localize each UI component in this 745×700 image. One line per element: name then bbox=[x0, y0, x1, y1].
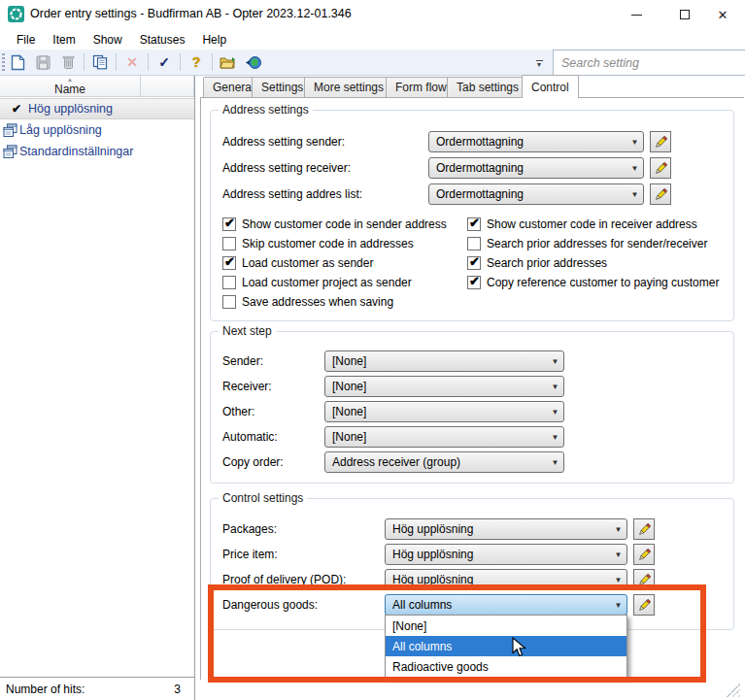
dangerous-goods-edit-button[interactable] bbox=[633, 594, 655, 616]
pencil-icon bbox=[637, 598, 652, 613]
price-item-edit-button[interactable] bbox=[633, 544, 655, 565]
checkbox-skip-customer-code[interactable]: ✔ Skip customer code in addresses bbox=[222, 236, 414, 251]
packages-label: Packages: bbox=[222, 522, 277, 536]
window-title: Order entry settings - Budfirman AB - Op… bbox=[30, 7, 352, 20]
chevron-down-icon: ▼ bbox=[547, 383, 563, 391]
dropdown-option-none[interactable]: [None] bbox=[386, 616, 626, 636]
resize-grip[interactable] bbox=[727, 683, 740, 697]
remove-button[interactable]: ✕ bbox=[120, 51, 144, 74]
checkbox-copy-reference-customer[interactable]: ✔ Copy reference customer to paying cust… bbox=[467, 275, 719, 290]
import-button[interactable] bbox=[217, 51, 240, 74]
save-icon bbox=[36, 55, 51, 70]
packages-edit-button[interactable] bbox=[633, 518, 655, 540]
toolbar-separator bbox=[116, 53, 117, 71]
checkbox-box[interactable]: ✔ bbox=[222, 237, 236, 250]
help-button[interactable]: ? bbox=[185, 51, 208, 74]
pencil-icon bbox=[654, 135, 668, 150]
search-setting-input[interactable] bbox=[554, 50, 745, 75]
hits-count: 3 bbox=[174, 683, 181, 696]
list-item-lag-upplosning[interactable]: Låg upplösning bbox=[0, 119, 194, 141]
pod-combo[interactable]: Hög upplösning ▼ bbox=[385, 569, 627, 590]
dropdown-option-radioactive-goods[interactable]: Radioactive goods bbox=[386, 656, 626, 677]
packages-combo[interactable]: Hög upplösning ▼ bbox=[385, 518, 627, 540]
next-sender-label: Sender: bbox=[222, 354, 263, 368]
pencil-icon bbox=[637, 522, 652, 537]
address-list-combo[interactable]: Ordermottagning ▼ bbox=[428, 183, 644, 205]
next-automatic-label: Automatic: bbox=[222, 430, 278, 444]
copy-button[interactable] bbox=[88, 51, 112, 74]
export-button[interactable] bbox=[242, 51, 265, 74]
menu-statuses[interactable]: Statuses bbox=[131, 31, 194, 49]
blank-column-header bbox=[141, 76, 194, 97]
checkbox-box[interactable]: ✔ bbox=[222, 217, 236, 231]
copy-order-combo[interactable]: Address receiver (group) ▼ bbox=[324, 451, 564, 473]
delete-button[interactable] bbox=[56, 51, 80, 74]
checkbox-save-addresses[interactable]: ✔ Save addresses when saving bbox=[222, 294, 393, 310]
combo-value: [None] bbox=[325, 380, 547, 393]
checkmark-icon: ✔ bbox=[469, 254, 480, 269]
tab-tab-settings[interactable]: Tab settings bbox=[447, 77, 528, 97]
chevron-down-icon: ▼ bbox=[610, 525, 626, 534]
save-button[interactable] bbox=[31, 51, 54, 74]
setting-forms-icon bbox=[3, 123, 17, 138]
checkbox-show-code-receiver[interactable]: ✔ Show customer code in receiver address bbox=[467, 217, 697, 232]
tab-form-flow[interactable]: Form flow bbox=[386, 77, 457, 97]
list-item-standardinstallningar[interactable]: Standardinställningar bbox=[0, 141, 194, 162]
combo-value: Ordermottagning bbox=[429, 135, 626, 149]
checkbox-search-prior-sender-receiver[interactable]: ✔ Search prior addresses for sender/rece… bbox=[467, 236, 707, 251]
dangerous-goods-combo[interactable]: All columns ▼ bbox=[385, 594, 627, 616]
address-receiver-combo[interactable]: Ordermottagning ▼ bbox=[428, 157, 644, 179]
group-title: Control settings bbox=[219, 491, 307, 505]
checkbox-box[interactable]: ✔ bbox=[467, 217, 481, 231]
next-receiver-combo[interactable]: [None] ▼ bbox=[324, 376, 564, 397]
tab-strip: General Settings More settings Form flow… bbox=[200, 75, 745, 98]
checkbox-box[interactable]: ✔ bbox=[467, 256, 481, 270]
checkbox-search-prior-addresses[interactable]: ✔ Search prior addresses bbox=[467, 255, 607, 271]
minimize-button[interactable] bbox=[614, 0, 659, 29]
setting-forms-icon bbox=[3, 145, 17, 159]
next-receiver-label: Receiver: bbox=[222, 380, 272, 393]
list-item-hog-upplosning[interactable]: ✔ Hög upplösning bbox=[0, 98, 194, 119]
checkbox-load-customer-project[interactable]: ✔ Load customer project as sender bbox=[222, 275, 412, 290]
combo-value: Address receiver (group) bbox=[325, 455, 547, 469]
menu-show[interactable]: Show bbox=[85, 31, 131, 49]
pod-edit-button[interactable] bbox=[633, 569, 655, 590]
checkbox-box[interactable]: ✔ bbox=[467, 276, 481, 289]
next-automatic-combo[interactable]: [None] ▼ bbox=[324, 426, 564, 448]
toolbar-overflow-button[interactable]: ▼ bbox=[530, 54, 548, 72]
chevron-down-icon: ▼ bbox=[536, 62, 543, 67]
tab-control[interactable]: Control bbox=[522, 75, 579, 98]
close-button[interactable]: ✕ bbox=[700, 0, 745, 29]
checkbox-box[interactable]: ✔ bbox=[222, 256, 236, 270]
next-sender-combo[interactable]: [None] ▼ bbox=[324, 350, 564, 372]
next-other-combo[interactable]: [None] ▼ bbox=[324, 401, 564, 422]
checkbox-show-code-sender[interactable]: ✔ Show customer code in sender address bbox=[222, 217, 447, 232]
address-list-edit-button[interactable] bbox=[650, 183, 671, 205]
pencil-icon bbox=[637, 548, 652, 562]
control-tab-panel: Address settings Address setting sender:… bbox=[200, 97, 744, 680]
new-button[interactable] bbox=[6, 51, 29, 74]
checkbox-box[interactable]: ✔ bbox=[222, 295, 236, 309]
chevron-down-icon: ▼ bbox=[610, 550, 626, 559]
address-sender-edit-button[interactable] bbox=[650, 131, 671, 152]
address-receiver-edit-button[interactable] bbox=[650, 157, 671, 179]
search-box bbox=[553, 50, 745, 76]
checkbox-load-customer-sender[interactable]: ✔ Load customer as sender bbox=[222, 255, 373, 271]
name-column-header[interactable]: ▲ Name bbox=[0, 76, 141, 97]
dropdown-option-all-columns[interactable]: All columns bbox=[386, 636, 626, 656]
checkbox-box[interactable]: ✔ bbox=[467, 237, 481, 250]
menu-file[interactable]: File bbox=[8, 31, 44, 49]
menu-bar: File Item Show Statuses Help bbox=[0, 29, 745, 50]
tab-more-settings[interactable]: More settings bbox=[304, 77, 393, 97]
checkbox-box[interactable]: ✔ bbox=[222, 276, 236, 289]
menu-help[interactable]: Help bbox=[193, 31, 235, 49]
list-item-label: Hög upplösning bbox=[28, 102, 113, 116]
menu-item[interactable]: Item bbox=[44, 31, 84, 49]
price-item-combo[interactable]: Hög upplösning ▼ bbox=[385, 544, 627, 565]
address-sender-combo[interactable]: Ordermottagning ▼ bbox=[428, 131, 644, 152]
confirm-button[interactable]: ✓ bbox=[152, 51, 176, 74]
open-folder-icon bbox=[220, 55, 237, 70]
toolbar-grip[interactable] bbox=[2, 53, 5, 71]
status-bar: Number of hits: 3 bbox=[0, 677, 195, 700]
remove-x-icon: ✕ bbox=[126, 54, 138, 70]
